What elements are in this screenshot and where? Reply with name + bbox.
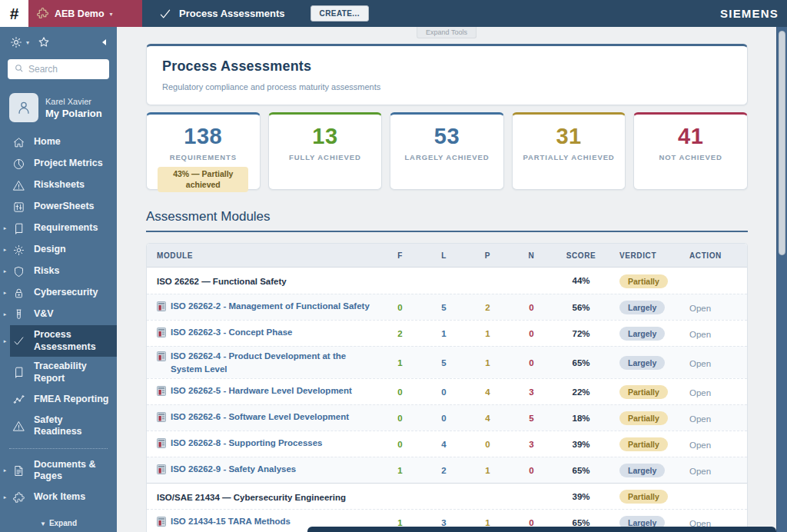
modules-table: MODULEFLPNSCOREVERDICTACTION ISO 26262 —… <box>146 243 748 532</box>
user-space-link[interactable]: My Polarion <box>45 108 102 119</box>
table-row: ISO 26262-2 - Management of Functional S… <box>147 294 747 320</box>
p-count: 2 <box>466 303 510 312</box>
scrollbar-thumb[interactable] <box>779 31 785 255</box>
expand-caret-icon[interactable]: ▸ <box>0 218 10 239</box>
favorites-star-icon[interactable] <box>37 35 51 49</box>
stat-value: 41 <box>634 124 747 149</box>
settings-gear-icon[interactable] <box>9 35 23 49</box>
open-action-link[interactable]: Open <box>689 441 711 450</box>
caret-spacer <box>0 175 10 196</box>
table-row: ISO 26262-9 - Safety Analyses121065%Larg… <box>147 457 747 483</box>
sidebar-item-risksheets[interactable]: Risksheets <box>0 175 117 196</box>
create-button[interactable]: CREATE... <box>310 5 369 22</box>
column-header-f: F <box>378 251 422 260</box>
expand-tools-tab[interactable]: Expand Tools <box>417 27 477 38</box>
open-action-link[interactable]: Open <box>689 304 711 313</box>
sidebar-item-risks[interactable]: ▸Risks <box>0 261 117 282</box>
verdict-badge: Partially <box>619 274 668 288</box>
settings-caret-icon[interactable]: ▾ <box>26 39 29 46</box>
search-input[interactable] <box>28 64 105 75</box>
home-icon <box>12 136 26 149</box>
expand-caret-icon[interactable]: ▸ <box>0 282 10 304</box>
topbar: # AEB Demo ▾ Process Assessments CREATE.… <box>0 0 787 27</box>
stat-value: 53 <box>390 124 503 149</box>
collapse-sidebar-icon[interactable] <box>100 37 109 48</box>
p-count: 1 <box>466 358 510 367</box>
caret-spacer <box>0 196 10 218</box>
score-value: 56% <box>553 303 609 312</box>
score-value: 65% <box>553 466 609 475</box>
open-action-link[interactable]: Open <box>689 388 711 397</box>
f-count: 0 <box>378 440 422 449</box>
module-link[interactable]: ISO 26262-9 - Safety Analyses <box>171 463 296 476</box>
expand-caret-icon[interactable]: ▸ <box>0 261 10 282</box>
open-action-link[interactable]: Open <box>689 330 711 339</box>
p-count: 1 <box>466 329 510 338</box>
page-header-section: Process Assessments CREATE... <box>142 0 720 27</box>
stat-card-fully-achieved: 13FULLY ACHIEVED <box>268 112 383 190</box>
puzzle-icon <box>12 491 26 504</box>
l-count: 0 <box>422 387 466 397</box>
sidebar-item-label: Cybersecurity <box>34 287 98 299</box>
sidebar-item-label: PowerSheets <box>34 201 95 213</box>
sidebar-item-requirements[interactable]: ▸Requirements <box>0 218 117 239</box>
sidebar-item-documents-pages[interactable]: ▸Documents & Pages <box>0 455 117 487</box>
module-link[interactable]: ISO 26262-3 - Concept Phase <box>171 326 293 339</box>
sliders-icon <box>12 201 26 214</box>
module-link[interactable]: ISO 26262-5 - Hardware Level Development <box>171 384 352 397</box>
page-header-card: Process Assessments Regulatory complianc… <box>146 44 748 105</box>
open-action-link[interactable]: Open <box>689 467 711 476</box>
stat-value: 138 <box>147 124 260 149</box>
p-count: 1 <box>466 466 510 475</box>
open-action-link[interactable]: Open <box>689 359 711 368</box>
expand-caret-icon[interactable]: ▸ <box>0 325 10 357</box>
sidebar-item-home[interactable]: Home <box>0 131 117 153</box>
content-subtitle: Regulatory compliance and process maturi… <box>162 82 732 91</box>
project-dropdown-caret-icon: ▾ <box>110 11 113 18</box>
sidebar-item-project-metrics[interactable]: Project Metrics <box>0 153 117 175</box>
stat-label: NOT ACHIEVED <box>634 153 747 161</box>
sidebar-item-process-assessments[interactable]: ▸Process Assessments <box>0 325 117 357</box>
expand-caret-icon[interactable]: ▸ <box>0 455 10 487</box>
sidebar-item-cybersecurity[interactable]: ▸Cybersecurity <box>0 282 117 304</box>
module-link[interactable]: ISO 26262-4 - Product Development at the… <box>171 350 374 375</box>
module-link[interactable]: ISO 26262-8 - Supporting Processes <box>171 437 323 450</box>
module-link[interactable]: ISO 26262-6 - Software Level Development <box>171 411 349 424</box>
sidebar-item-powersheets[interactable]: PowerSheets <box>0 196 117 218</box>
expand-caret-icon[interactable]: ▸ <box>0 487 10 508</box>
module-link[interactable]: ISO 26262-2 - Management of Functional S… <box>171 300 370 313</box>
sidebar-item-fmea-reporting[interactable]: FMEA Reporting <box>0 389 117 411</box>
sidebar-expand-button[interactable]: ▼Expand <box>0 508 117 527</box>
sidebar-item-label: Home <box>34 136 61 148</box>
p-count: 0 <box>466 440 510 449</box>
l-count: 5 <box>422 358 466 367</box>
polarion-logo[interactable]: # <box>0 0 28 27</box>
vertical-scrollbar[interactable] <box>776 27 787 532</box>
warning-icon <box>12 179 26 192</box>
expand-caret-down-icon: ▼ <box>40 520 46 527</box>
user-block[interactable]: Karel Xavier My Polarion <box>0 87 117 131</box>
sidebar-item-safety-readiness[interactable]: Safety Readiness <box>0 411 117 442</box>
sidebar-item-traceability-report[interactable]: Traceability Report <box>0 357 117 388</box>
n-count: 0 <box>510 329 553 338</box>
table-group-row: ISO 26262 — Functional Safety44%Partiall… <box>147 268 747 294</box>
warning-icon <box>12 420 26 433</box>
sidebar-item-v-v[interactable]: ▸V&V <box>0 304 117 325</box>
column-header-verdict: VERDICT <box>609 251 682 260</box>
n-count: 3 <box>510 440 553 449</box>
f-count: 2 <box>378 329 422 338</box>
stat-value: 31 <box>513 124 626 149</box>
caret-spacer <box>0 389 10 411</box>
expand-caret-icon[interactable]: ▸ <box>0 304 10 325</box>
sidebar-item-design[interactable]: ▸Design <box>0 239 117 261</box>
sidebar-item-work-items[interactable]: ▸Work Items <box>0 487 117 508</box>
n-count: 5 <box>510 414 553 423</box>
workitem-icon <box>157 385 166 399</box>
open-action-link[interactable]: Open <box>689 414 711 424</box>
project-selector[interactable]: AEB Demo ▾ <box>28 0 142 27</box>
sidebar-toolbar: ▾ <box>0 27 117 54</box>
table-row: ISO 26262-6 - Software Level Development… <box>147 404 747 431</box>
logo-glyph: # <box>10 5 19 23</box>
expand-caret-icon[interactable]: ▸ <box>0 239 10 261</box>
module-link[interactable]: ISO 21434-15 TARA Methods <box>171 515 291 528</box>
